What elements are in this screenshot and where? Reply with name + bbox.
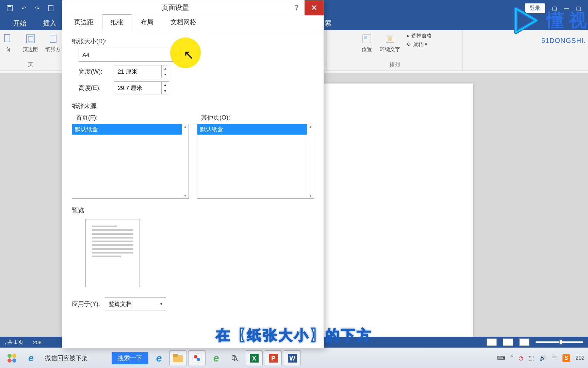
svg-rect-2 [48, 5, 53, 11]
svg-point-12 [7, 354, 12, 358]
svg-text:X: X [252, 355, 256, 362]
width-input[interactable] [114, 65, 162, 78]
watermark-logo-icon [509, 3, 543, 37]
wrap-text-icon [384, 33, 396, 45]
paper-orientation-button[interactable]: 纸张方 [44, 33, 63, 53]
width-label: 宽度(W): [79, 67, 109, 76]
other-pages-label: 其他页(O): [201, 113, 314, 122]
orientation-icon [2, 33, 14, 45]
help-button[interactable]: ? [288, 4, 305, 12]
powerpoint-icon[interactable]: P [265, 350, 282, 366]
rotate-button[interactable]: ⟳ 旋转 ▾ [407, 41, 431, 48]
preview-label: 预览 [72, 206, 314, 214]
network-icon[interactable]: ⬚ [529, 355, 534, 361]
height-input[interactable] [114, 81, 162, 94]
baidu-netdisk-icon[interactable] [189, 350, 206, 366]
list-item[interactable]: 默认纸盒 [72, 124, 182, 135]
selection-pane-button[interactable]: ▸ 选择窗格 [407, 33, 431, 39]
view-web-icon[interactable] [519, 338, 529, 346]
orientation-button[interactable]: 向 [0, 33, 18, 53]
margins-button[interactable]: 页边距 [21, 33, 40, 53]
undo-icon[interactable]: ↶ [20, 4, 27, 12]
quick-access-toolbar: ↶ ↷ [3, 4, 54, 12]
dialog-body: 纸张大小(R): A4▾ 宽度(W): ▲▼ 高度(E): ▲▼ [62, 30, 324, 317]
zoom-slider[interactable] [536, 341, 583, 343]
paper-size-select[interactable]: A4▾ [79, 49, 181, 62]
clock[interactable]: 202 [575, 355, 585, 361]
dialog-title: 页面设置 [62, 3, 288, 12]
start-button[interactable] [3, 350, 20, 366]
ie-icon[interactable]: e [22, 350, 39, 366]
dialog-tabs: 页边距 纸张 布局 文档网格 [62, 15, 324, 30]
redo-icon[interactable]: ↷ [33, 4, 41, 12]
tab-grid[interactable]: 文档网格 [162, 14, 205, 30]
svg-rect-8 [364, 36, 367, 39]
close-button[interactable]: ✕ [305, 0, 324, 15]
chevron-up-icon[interactable]: ˄ [510, 355, 513, 361]
video-subtitle: 在【纸张大小】的下方 [216, 326, 372, 345]
wrap-text-button[interactable]: 环绕文字 [380, 33, 400, 53]
view-print-icon[interactable] [503, 338, 513, 346]
cursor-highlight: ↖ [170, 37, 201, 68]
other-pages-listbox[interactable]: 默认纸盒 ▲▼ [197, 124, 314, 199]
tab-paper[interactable]: 纸张 [102, 14, 132, 30]
watermark-url: 51DONGSHI. [541, 37, 586, 45]
cancel-text[interactable]: 取 [227, 350, 244, 366]
system-tray: ⌨ ˄ ◔ ⬚ 🔊 中 S 202 [497, 354, 585, 362]
tab-insert[interactable]: 插入 [39, 17, 60, 30]
360-browser-icon[interactable]: e [208, 350, 225, 366]
sogou-icon[interactable]: S [562, 354, 570, 362]
word-icon[interactable]: W [284, 350, 301, 366]
scrollbar[interactable]: ▲▼ [182, 124, 189, 198]
position-button[interactable]: 位置 [357, 33, 376, 53]
svg-text:W: W [290, 355, 295, 362]
apply-to-label: 应用于(Y): [72, 300, 100, 308]
keyboard-icon[interactable]: ⌨ [497, 355, 505, 361]
svg-point-14 [7, 358, 12, 363]
tab-margins[interactable]: 页边距 [66, 14, 102, 30]
taskbar: e 微信回应被下架 搜索一下 e e 取 X P W ⌨ ˄ ◔ ⬚ 🔊 中 S… [0, 348, 588, 368]
explorer-icon[interactable] [169, 350, 186, 366]
tab-home[interactable]: 开始 [10, 17, 30, 30]
svg-point-18 [192, 353, 202, 363]
volume-icon[interactable]: 🔊 [539, 355, 546, 361]
svg-rect-6 [50, 35, 56, 43]
group-label-page-setup: 页 [28, 61, 33, 68]
group-label-arrange: 排列 [390, 61, 400, 68]
svg-rect-3 [4, 34, 10, 42]
ime-indicator[interactable]: 中 [552, 354, 557, 362]
news-widget[interactable]: 微信回应被下架 [42, 350, 110, 366]
excel-icon[interactable]: X [246, 350, 263, 366]
new-icon[interactable] [47, 4, 54, 12]
apply-to-select[interactable]: 整篇文档▾ [105, 297, 166, 310]
svg-rect-4 [27, 35, 35, 43]
list-item[interactable]: 默认纸盒 [197, 124, 307, 135]
svg-point-13 [12, 354, 16, 358]
edge-icon[interactable]: e [150, 350, 167, 366]
svg-text:P: P [271, 355, 275, 362]
first-page-listbox[interactable]: 默认纸盒 ▲▼ [72, 124, 189, 199]
qq-icon[interactable]: ◔ [519, 355, 523, 361]
preview-thumbnail [85, 219, 140, 287]
width-spinner[interactable]: ▲▼ [162, 65, 169, 78]
height-spinner[interactable]: ▲▼ [162, 81, 169, 94]
word-count[interactable]: 208 [33, 339, 42, 345]
scrollbar[interactable]: ▲▼ [307, 124, 314, 198]
svg-point-20 [197, 358, 200, 361]
watermark: 懂 视 [509, 3, 588, 37]
first-page-label: 首页(F): [76, 113, 189, 122]
page-count[interactable]: , 共 1 页 [5, 339, 23, 346]
tab-layout[interactable]: 布局 [132, 14, 162, 30]
svg-rect-9 [388, 36, 392, 41]
group-page-setup: 向 页边距 纸张方 页 [0, 30, 61, 71]
svg-point-15 [12, 358, 16, 363]
dialog-titlebar[interactable]: 页面设置 ? ✕ [62, 0, 324, 15]
view-read-icon[interactable] [487, 338, 497, 346]
search-button[interactable]: 搜索一下 [112, 350, 148, 366]
cursor-arrow-icon: ↖ [183, 47, 194, 62]
paper-source-label: 纸张来源 [72, 102, 314, 110]
position-icon [361, 33, 373, 45]
paper-icon [47, 33, 59, 45]
watermark-text: 懂 视 [546, 9, 587, 32]
save-icon[interactable] [6, 4, 14, 12]
